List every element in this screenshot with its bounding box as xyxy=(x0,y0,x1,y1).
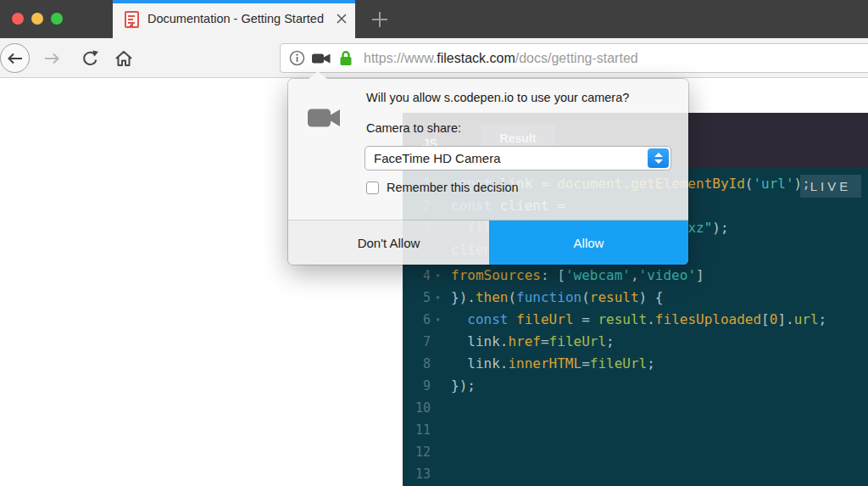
forward-arrow-icon xyxy=(43,53,60,64)
fold-gutter xyxy=(431,331,445,353)
code-text: link.innerHTML=fileUrl; xyxy=(445,353,655,375)
reload-icon xyxy=(81,50,98,67)
remember-label: Remember this decision xyxy=(387,181,519,194)
reload-button[interactable] xyxy=(78,38,102,78)
home-button[interactable] xyxy=(112,38,136,78)
fold-arrow-icon[interactable]: ▾ xyxy=(431,309,445,331)
popup-buttons: Don't Allow Allow xyxy=(288,220,688,265)
close-window-button[interactable] xyxy=(12,13,24,25)
traffic-lights xyxy=(12,13,63,25)
line-number: 13 xyxy=(411,463,431,485)
code-line: 4▾fromSources: ['webcam','video'] xyxy=(411,265,868,287)
code-text xyxy=(445,441,451,463)
line-number: 12 xyxy=(411,441,431,463)
address-bar[interactable]: https://www.filestack.com/docs/getting-s… xyxy=(280,43,868,73)
line-number: 6 xyxy=(411,309,431,331)
code-line: 11 xyxy=(411,419,868,441)
fold-gutter xyxy=(431,463,445,485)
titlebar: Documentation - Getting Started xyxy=(0,0,868,38)
code-line: 7 link.href=fileUrl; xyxy=(411,331,868,353)
code-line: 10 xyxy=(411,397,868,419)
dont-allow-button[interactable]: Don't Allow xyxy=(288,221,489,265)
url-scheme: https://www. xyxy=(364,51,437,65)
allow-button[interactable]: Allow xyxy=(489,221,688,265)
secure-lock-icon[interactable] xyxy=(338,50,353,66)
code-text: }); xyxy=(445,375,476,397)
code-text: const fileUrl = result.filesUploaded[0].… xyxy=(445,309,826,331)
line-number: 8 xyxy=(411,353,431,375)
code-text xyxy=(445,397,451,419)
code-text: link.href=fileUrl; xyxy=(445,331,615,353)
fold-arrow-icon[interactable]: ▾ xyxy=(431,265,445,287)
minimize-window-button[interactable] xyxy=(31,13,43,25)
remember-checkbox[interactable] xyxy=(366,182,379,194)
active-tab-indicator xyxy=(113,0,355,3)
fold-arrow-icon[interactable]: ▾ xyxy=(431,287,445,309)
camera-icon xyxy=(308,108,341,131)
code-line: 9}); xyxy=(411,375,868,397)
fold-gutter xyxy=(431,397,445,419)
line-number: 10 xyxy=(411,397,431,419)
code-text: fromSources: ['webcam','video'] xyxy=(445,265,704,287)
camera-select[interactable]: FaceTime HD Camera xyxy=(364,146,671,170)
fold-gutter xyxy=(431,353,445,375)
code-line: 5▾}).then(function(result) { xyxy=(411,287,868,309)
url-domain: filestack.com xyxy=(437,51,515,65)
code-line: 8 link.innerHTML=fileUrl; xyxy=(411,353,868,375)
home-icon xyxy=(114,50,133,67)
camera-permission-icon[interactable] xyxy=(312,52,331,65)
fold-gutter xyxy=(431,375,445,397)
camera-share-label: Camera to share: xyxy=(366,121,461,135)
code-text xyxy=(445,463,451,485)
url-text: https://www.filestack.com/docs/getting-s… xyxy=(364,51,638,66)
popup-anchor-arrow xyxy=(309,71,327,79)
line-number: 9 xyxy=(411,375,431,397)
code-line: 6▾ const fileUrl = result.filesUploaded[… xyxy=(411,309,868,331)
fold-gutter xyxy=(431,441,445,463)
new-tab-icon[interactable] xyxy=(371,11,388,28)
line-number: 5 xyxy=(411,287,431,309)
navigation-toolbar: https://www.filestack.com/docs/getting-s… xyxy=(0,38,868,78)
close-tab-icon[interactable] xyxy=(336,13,348,25)
fold-gutter xyxy=(431,419,445,441)
tab-title: Documentation - Getting Started xyxy=(147,12,329,27)
url-path: /docs/getting-started xyxy=(515,51,638,65)
zoom-window-button[interactable] xyxy=(51,13,63,25)
docs-favicon-icon xyxy=(125,11,139,28)
code-line: 12 xyxy=(411,441,868,463)
permission-question: Will you allow s.codepen.io to use your … xyxy=(366,91,629,104)
page-info-icon[interactable] xyxy=(289,50,305,66)
line-number: 11 xyxy=(411,419,431,441)
back-button[interactable] xyxy=(0,43,30,73)
camera-permission-popup: Will you allow s.codepen.io to use your … xyxy=(288,79,688,265)
forward-button[interactable] xyxy=(41,38,63,78)
code-line: 13 xyxy=(411,463,868,485)
camera-select-value: FaceTime HD Camera xyxy=(374,151,500,165)
live-badge: LIVE xyxy=(800,175,861,198)
code-text: }).then(function(result) { xyxy=(445,287,663,309)
back-arrow-icon xyxy=(7,53,24,64)
line-number: 7 xyxy=(411,331,431,353)
code-text xyxy=(445,419,451,441)
browser-tab[interactable]: Documentation - Getting Started xyxy=(113,0,355,38)
line-number: 4 xyxy=(411,265,431,287)
select-stepper-icon[interactable] xyxy=(648,148,669,168)
